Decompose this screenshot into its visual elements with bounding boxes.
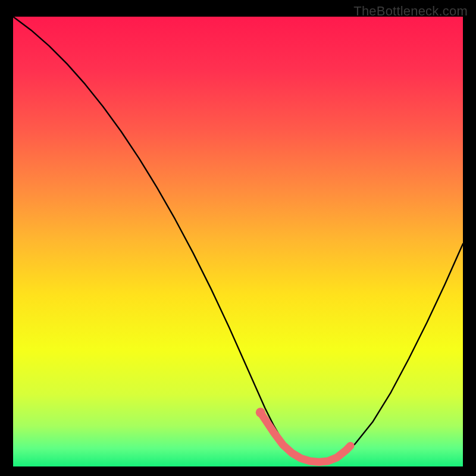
highlight-dot: [256, 408, 265, 417]
plot-svg: [13, 17, 463, 466]
gradient-background: [13, 17, 463, 466]
chart-container: TheBottleneck.com: [0, 0, 476, 476]
plot-area: [13, 17, 463, 466]
